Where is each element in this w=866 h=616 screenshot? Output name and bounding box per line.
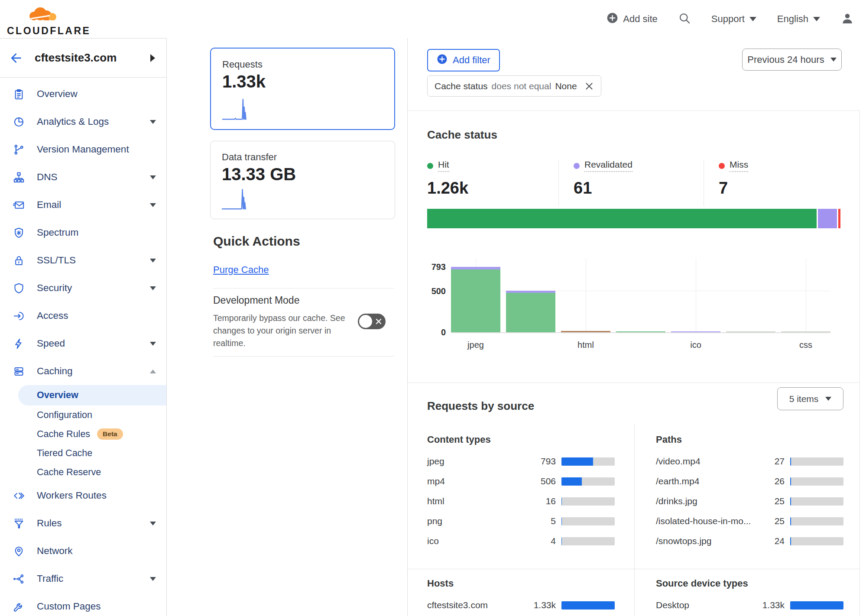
add-site-button[interactable]: Add site [607, 12, 658, 26]
row-bar [790, 601, 843, 610]
filter-chip[interactable]: Cache status does not equal None [427, 75, 601, 97]
bar-segment-hit [451, 269, 500, 332]
cache-status-stat-miss: Miss7 [719, 159, 748, 198]
requests-by-source-card: Requests by source 5 items Content types… [408, 383, 860, 616]
location-pin-icon [13, 545, 25, 557]
language-menu[interactable]: English [777, 13, 820, 25]
sidebar-item-caching[interactable]: Caching [0, 357, 166, 385]
sidebar-subitem-configuration[interactable]: Configuration [0, 405, 166, 425]
chart-bar-css[interactable] [781, 331, 830, 332]
overview-column: Requests 1.33k Data transfer 13.33 GB Qu… [167, 38, 407, 616]
sidebar-item-label: Tiered Cache [37, 448, 92, 459]
table-row[interactable]: ico4 [427, 531, 615, 551]
row-bar [561, 457, 615, 466]
sidebar-item-dns[interactable]: DNS [0, 163, 166, 191]
cache-distribution-segment-miss[interactable] [838, 209, 840, 228]
stat-label[interactable]: Miss [730, 159, 748, 172]
lightning-bolt-icon [13, 338, 25, 350]
stat-label[interactable]: Revalidated [584, 159, 632, 172]
add-filter-button[interactable]: Add filter [427, 49, 500, 71]
table-row[interactable]: /drinks.jpg25 [656, 491, 843, 511]
language-label: English [777, 13, 808, 25]
divider [213, 356, 394, 357]
chart-bar-html[interactable] [561, 331, 610, 332]
time-range-dropdown[interactable]: Previous 24 hours [742, 49, 842, 71]
sidebar-item-email[interactable]: Email [0, 191, 166, 219]
sidebar-subitem-cache-reserve[interactable]: Cache Reserve [0, 463, 166, 482]
sidebar-item-access[interactable]: Access [0, 302, 166, 330]
sidebar-item-label: Overview [37, 88, 158, 100]
sidebar-item-label: Rules [37, 518, 150, 529]
sidebar-item-spectrum[interactable]: Spectrum [0, 219, 166, 246]
table-row[interactable]: /video.mp427 [656, 451, 843, 471]
bar-segment-hit [506, 293, 555, 332]
stat-label[interactable]: Hit [438, 159, 449, 172]
development-mode-description: Temporarily bypass our cache. See change… [213, 312, 351, 350]
sidebar-item-network[interactable]: Network [0, 537, 166, 565]
sidebar-subitem-cache-rules[interactable]: Cache RulesBeta [0, 425, 166, 444]
table-row[interactable]: Desktop1.33k [656, 595, 843, 615]
chart-bar-ico[interactable] [671, 331, 720, 332]
items-count-dropdown[interactable]: 5 items [777, 387, 843, 410]
row-label: /earth.mp4 [656, 476, 761, 486]
user-account-icon[interactable] [841, 12, 854, 26]
sidebar-item-version-management[interactable]: Version Management [0, 136, 166, 163]
data-transfer-metric-card[interactable]: Data transfer 13.33 GB [210, 141, 395, 219]
purge-cache-link[interactable]: Purge Cache [213, 264, 269, 276]
row-label: /snowtops.jpg [656, 536, 761, 546]
row-bar [561, 601, 615, 610]
sidebar-item-overview[interactable]: Overview [0, 80, 166, 108]
table-row[interactable]: jpeg793 [427, 451, 615, 471]
chart-bar-col-6[interactable] [726, 331, 775, 332]
sidebar-item-rules[interactable]: Rules [0, 509, 166, 537]
chart-bar-png[interactable] [616, 331, 665, 332]
table-row[interactable]: mp4506 [427, 471, 615, 491]
sidebar-item-ssl-tls[interactable]: SSL/TLS [0, 246, 166, 274]
filter-operator: does not equal [492, 81, 551, 91]
sidebar-subitem-tiered-cache[interactable]: Tiered Cache [0, 444, 166, 463]
padlock-icon [13, 255, 25, 266]
support-menu[interactable]: Support [711, 13, 756, 25]
x-axis-label: jpeg [451, 340, 500, 350]
table-source-device-types: Source device typesDesktop1.33k [656, 578, 843, 615]
requests-metric-card[interactable]: Requests 1.33k [210, 48, 395, 130]
sidebar-item-label: Configuration [37, 410, 92, 421]
sidebar-subitem-overview[interactable]: Overview [18, 385, 166, 405]
gridline [586, 258, 586, 332]
table-row[interactable]: /earth.mp426 [656, 471, 843, 491]
sidebar-item-custom-pages[interactable]: Custom Pages [0, 593, 166, 616]
sidebar-item-traffic[interactable]: Traffic [0, 565, 166, 593]
cache-distribution-segment-hit[interactable] [427, 209, 817, 228]
development-mode-toggle[interactable] [358, 314, 386, 329]
row-value: 1.33k [532, 600, 556, 610]
plus-circle-icon [437, 54, 448, 67]
row-value: 27 [761, 456, 785, 467]
chart-bar-jpeg[interactable] [451, 267, 500, 332]
row-value: 24 [761, 536, 785, 546]
sidebar-item-analytics-logs[interactable]: Analytics & Logs [0, 108, 166, 136]
cache-distribution-segment-revalidated[interactable] [818, 209, 837, 228]
row-value: 26 [761, 476, 785, 486]
table-row[interactable]: html16 [427, 491, 615, 511]
sidebar-item-security[interactable]: Security [0, 274, 166, 302]
table-paths: Paths/video.mp427/earth.mp426/drinks.jpg… [656, 434, 843, 551]
cloudflare-logo[interactable]: CLOUDFLARE [7, 2, 81, 37]
metric-label: Data transfer [222, 152, 383, 163]
chart-bar-mp4[interactable] [506, 291, 555, 332]
sidebar-item-workers-routes[interactable]: Workers Routes [0, 482, 166, 509]
remove-filter-icon[interactable] [584, 81, 594, 91]
table-row[interactable]: png5 [427, 511, 615, 531]
bar-segment-hit [616, 331, 665, 332]
table-row[interactable]: /snowtops.jpg24 [656, 531, 843, 551]
back-arrow-icon[interactable] [10, 51, 23, 65]
sidebar-item-speed[interactable]: Speed [0, 330, 166, 357]
table-row[interactable]: cftestsite3.com1.33k [427, 595, 615, 615]
row-bar [790, 537, 843, 545]
bar-segment-revalidated [671, 331, 720, 332]
collapse-sidebar-icon[interactable] [150, 54, 155, 62]
table-row[interactable]: /isolated-house-in-mo...25 [656, 511, 843, 531]
row-label: cftestsite3.com [427, 600, 532, 610]
search-icon[interactable] [678, 12, 691, 26]
revalidated-dot-icon [574, 163, 580, 169]
row-value: 506 [532, 476, 556, 486]
